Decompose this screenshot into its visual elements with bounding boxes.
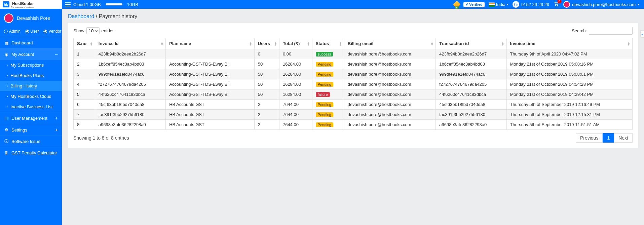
- nav-label: GST Penalty Calculator: [11, 150, 57, 155]
- cell-time: Thursday 5th of September 2019 12:16:49 …: [506, 100, 632, 110]
- cart-button[interactable]: 0: [553, 1, 559, 8]
- cell-users: 2: [254, 110, 279, 120]
- cell-status: Pending: [312, 69, 344, 79]
- nav-label: Software Issue: [11, 139, 40, 144]
- users-icon: 👥: [4, 116, 9, 120]
- pager-page-1[interactable]: 1: [603, 133, 614, 143]
- cell-invoice: fac391f3bb2927556180: [95, 110, 165, 120]
- cell-users: 2: [254, 120, 279, 130]
- nav-hostbooks-plans[interactable]: › HostBooks Plans: [0, 70, 62, 81]
- logo-text: HostBooks: [12, 1, 33, 6]
- table-row: 4f2727674764679da4205Accounting-GST-TDS-…: [74, 79, 633, 89]
- table-row: 1423fb94b8d2eee2b26d700.00successdevashi…: [74, 49, 633, 59]
- chevron-right-icon: ›: [7, 95, 8, 98]
- nav-gst-penalty[interactable]: 🖩 GST Penalty Calculator: [0, 147, 62, 158]
- status-badge: Pending: [316, 112, 333, 117]
- column-header[interactable]: Invoice Id▲▼: [95, 38, 165, 49]
- pagination: Previous 1 Next: [576, 133, 633, 143]
- main-content: « Dashboard / Payment history Show 10 en…: [62, 9, 644, 225]
- cart-count: 0: [557, 0, 561, 3]
- storage-bar: [106, 3, 122, 5]
- nav-my-hostbooks-cloud[interactable]: › My HostBooks Cloud: [0, 91, 62, 102]
- breadcrumb-current: Payment history: [99, 13, 138, 19]
- table-row: 7fac391f3bb2927556180HB Accounts GST2764…: [74, 110, 633, 120]
- column-header[interactable]: Billing email▲▼: [344, 38, 435, 49]
- nav-settings[interactable]: ⚙ Settings +: [0, 124, 62, 136]
- column-header[interactable]: Status▲▼: [312, 38, 344, 49]
- cell-plan: [166, 49, 255, 59]
- cell-plan: HB Accounts GST: [166, 120, 255, 130]
- cell-users: 50: [254, 59, 279, 69]
- country-selector[interactable]: India ▾: [489, 2, 508, 7]
- nav-my-subscriptions[interactable]: › My Subscriptions: [0, 60, 62, 70]
- avatar-icon: [563, 1, 570, 8]
- cell-status: success: [312, 49, 344, 59]
- user-menu[interactable]: devashish.pore@hostbooks.com ▾: [563, 1, 639, 8]
- cell-sno: 6: [74, 100, 95, 110]
- right-collapse-toggle[interactable]: «: [640, 30, 644, 38]
- column-header[interactable]: Users▲▼: [254, 38, 279, 49]
- cell-txn: fac391f3bb2927556180: [436, 110, 506, 120]
- menu-toggle-icon[interactable]: [65, 2, 71, 6]
- column-header[interactable]: Transaction id▲▼: [436, 38, 506, 49]
- nav-label: Dashboard: [11, 40, 33, 45]
- cell-invoice: 1b6ceff854ec3ab4bd03: [95, 59, 165, 69]
- cell-plan: HB Accounts GST: [166, 100, 255, 110]
- breadcrumb-root[interactable]: Dashboard: [68, 13, 94, 19]
- cell-total: 16284.00: [279, 59, 312, 69]
- table-row: 21b6ceff854ec3ab4bd03Accounting-GST-TDS-…: [74, 59, 633, 69]
- sidebar-user[interactable]: Devashish Pore: [0, 9, 62, 28]
- sidebar: Devashish Pore Admin User Vendor ▦ Dashb…: [0, 9, 62, 225]
- role-user[interactable]: User: [25, 29, 39, 34]
- role-admin[interactable]: Admin: [4, 29, 21, 34]
- breadcrumb: Dashboard / Payment history: [62, 9, 644, 23]
- status-badge: Pending: [316, 102, 333, 107]
- nav-billing-history[interactable]: › Billing History: [0, 81, 62, 91]
- cell-users: 50: [254, 69, 279, 79]
- dashboard-icon: ▦: [4, 41, 9, 45]
- nav-inactive-business[interactable]: › Inactive Business List: [0, 102, 62, 112]
- pager-prev[interactable]: Previous: [576, 133, 603, 143]
- pager-next[interactable]: Next: [614, 133, 633, 143]
- cell-txn: 423fb94b8d2eee2b26d7: [436, 49, 506, 59]
- cell-txn: a9698e3afe36282298a0: [436, 120, 506, 130]
- cell-status: Pending: [312, 120, 344, 130]
- logo[interactable]: hb HostBooks® The language of business: [0, 0, 62, 9]
- verified-badge[interactable]: ✔ Verified: [463, 2, 485, 7]
- upgrade-icon[interactable]: +: [454, 2, 459, 7]
- show-label: Show: [73, 28, 84, 33]
- cell-users: 2: [254, 100, 279, 110]
- nav-user-management[interactable]: 👥 User Management +: [0, 112, 62, 124]
- nav-software-issue[interactable]: ⓘ Software Issue: [0, 136, 62, 147]
- status-badge: success: [316, 52, 333, 57]
- verified-icon: ✔: [465, 2, 468, 7]
- cell-total: 16284.00: [279, 89, 312, 100]
- chevron-right-icon: ›: [7, 84, 8, 88]
- page-size-select[interactable]: 10: [86, 27, 100, 34]
- cell-time: Thursday 5th of September 2019 11:51:51 …: [506, 120, 632, 130]
- table-row: 8a9698e3afe36282298a0HB Accounts GST2764…: [74, 120, 633, 130]
- cell-email: devashish.pore@hostbooks.com: [344, 79, 435, 89]
- chevron-right-icon: ›: [7, 105, 8, 109]
- support-phone[interactable]: 9152 29 29 29: [513, 1, 549, 8]
- search-input[interactable]: [589, 27, 633, 35]
- cell-time: Thursday 5th of September 2019 12:15:31 …: [506, 110, 632, 120]
- column-header[interactable]: Total (₹)▲▼: [279, 38, 312, 49]
- cell-email: devashish.pore@hostbooks.com: [344, 59, 435, 69]
- cell-email: devashish.pore@hostbooks.com: [344, 110, 435, 120]
- nav-dashboard[interactable]: ▦ Dashboard: [0, 37, 62, 48]
- cell-status: failure: [312, 89, 344, 100]
- nav-my-account[interactable]: ◉ My Account −: [0, 48, 62, 60]
- nav-label: Inactive Business List: [10, 104, 52, 109]
- table-row: 544f6260c47641c83dbcaAccounting-GST-TDS-…: [74, 89, 633, 100]
- column-header[interactable]: S.no▲▼: [74, 38, 95, 49]
- nav-label: User Management: [11, 116, 47, 121]
- cell-time: Monday 21st of October 2019 05:08:16 PM: [506, 59, 632, 69]
- role-vendor[interactable]: Vendor: [43, 29, 61, 34]
- cell-plan: Accounting-GST-TDS-Eway Bill: [166, 69, 255, 79]
- column-header[interactable]: Plan name▲▼: [166, 38, 255, 49]
- column-header[interactable]: Invoice time▲▼: [506, 38, 632, 49]
- cell-email: devashish.pore@hostbooks.com: [344, 89, 435, 100]
- cell-invoice: f2727674764679da4205: [95, 79, 165, 89]
- country-label: India: [496, 2, 505, 7]
